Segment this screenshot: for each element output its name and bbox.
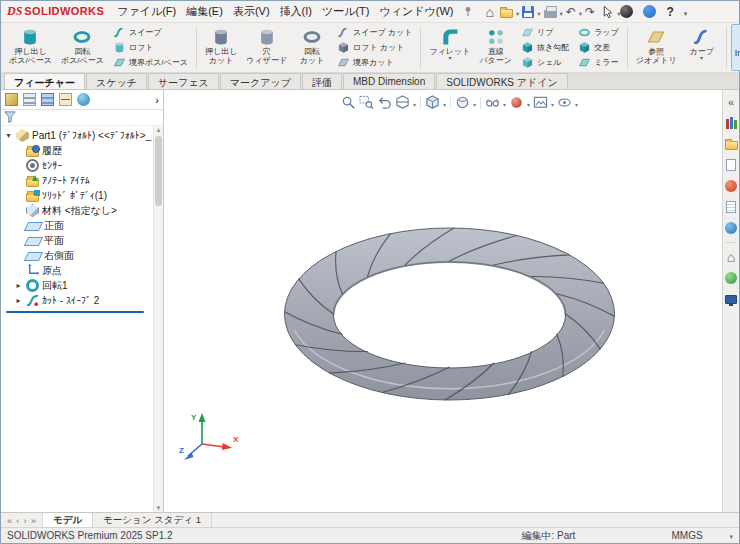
curves-caret-icon[interactable] bbox=[700, 56, 703, 61]
revolved-boss-base-button[interactable]: 回転 ボス/ベース bbox=[57, 24, 108, 71]
tree-item-history[interactable]: 履歴 bbox=[4, 143, 152, 158]
instant3d-toggle[interactable]: Instant3D bbox=[731, 24, 740, 71]
marketplace-sphere-icon[interactable] bbox=[724, 271, 738, 285]
previous-tab-icon[interactable] bbox=[16, 515, 19, 526]
units-selector[interactable]: MMGS bbox=[671, 530, 729, 541]
swept-boss-base-button[interactable]: スイープ bbox=[109, 25, 192, 40]
section-view-icon[interactable] bbox=[394, 94, 411, 111]
menu-tools[interactable]: ツール(T) bbox=[317, 1, 375, 22]
zoom-to-area-icon[interactable] bbox=[358, 94, 375, 111]
appearance-caret-icon[interactable] bbox=[526, 97, 531, 109]
lofted-cut-button[interactable]: ロフト カット bbox=[333, 40, 416, 55]
swept-cut-button[interactable]: スイープ カット bbox=[333, 25, 416, 40]
3dexperience-sphere-icon[interactable] bbox=[620, 5, 633, 18]
section-caret-icon[interactable] bbox=[412, 97, 417, 109]
boundary-boss-base-button[interactable]: 境界ボス/ベース bbox=[109, 55, 192, 70]
screen-icon[interactable] bbox=[724, 292, 738, 306]
extruded-cut-button[interactable]: 押し出し カット bbox=[201, 24, 241, 71]
scroll-up-icon[interactable]: ▲ bbox=[156, 127, 162, 133]
expand-arrow-icon[interactable] bbox=[14, 296, 23, 305]
orientation-caret-icon[interactable] bbox=[442, 97, 447, 109]
displaymanager-icon[interactable] bbox=[77, 93, 90, 106]
linear-pattern-button[interactable]: 直線 パターン bbox=[475, 24, 516, 71]
menu-file[interactable]: ファイル(F) bbox=[112, 1, 181, 22]
open-document-icon[interactable] bbox=[497, 3, 516, 21]
tab-surfaces[interactable]: サーフェス bbox=[148, 73, 219, 89]
tab-markup[interactable]: マークアップ bbox=[220, 73, 301, 89]
view-orientation-icon[interactable] bbox=[424, 94, 441, 111]
tab-features[interactable]: フィーチャー bbox=[4, 73, 85, 89]
last-tab-icon[interactable] bbox=[31, 515, 36, 526]
fillet-button[interactable]: フィレット bbox=[425, 24, 474, 71]
tree-scrollbar[interactable]: ▲ ▼ bbox=[153, 126, 163, 512]
view-settings-icon[interactable] bbox=[556, 94, 573, 111]
tree-item-right-plane[interactable]: 右側面 bbox=[4, 248, 152, 263]
scroll-down-icon[interactable]: ▼ bbox=[156, 505, 162, 511]
forum-globe-icon[interactable] bbox=[724, 221, 738, 235]
display-style-icon[interactable] bbox=[454, 94, 471, 111]
tree-item-top-plane[interactable]: 平面 bbox=[4, 233, 152, 248]
print-icon[interactable] bbox=[541, 3, 560, 21]
tree-item-front-plane[interactable]: 正面 bbox=[4, 218, 152, 233]
hole-wizard-button[interactable]: 穴 ウィザード bbox=[242, 24, 291, 71]
save-icon[interactable] bbox=[519, 3, 537, 21]
view-palette-icon[interactable] bbox=[724, 158, 738, 172]
menu-pin-icon[interactable] bbox=[463, 6, 473, 17]
undo-icon[interactable] bbox=[563, 3, 579, 21]
wrap-button[interactable]: ラップ bbox=[574, 25, 623, 40]
previous-view-icon[interactable] bbox=[376, 94, 393, 111]
appearances-scenes-icon[interactable] bbox=[724, 179, 738, 193]
help-icon[interactable]: ? bbox=[666, 5, 673, 19]
menu-view[interactable]: 表示(V) bbox=[228, 1, 275, 22]
next-tab-icon[interactable] bbox=[23, 515, 26, 526]
menu-insert[interactable]: 挿入(I) bbox=[275, 1, 317, 22]
draft-button[interactable]: 抜き勾配 bbox=[517, 40, 573, 55]
scrollbar-thumb[interactable] bbox=[155, 136, 162, 206]
tab-sketch[interactable]: スケッチ bbox=[86, 73, 147, 89]
expand-chevron-icon[interactable] bbox=[155, 94, 159, 106]
configurationmanager-icon[interactable] bbox=[41, 93, 54, 106]
redo-icon[interactable] bbox=[582, 3, 598, 21]
propertymanager-icon[interactable] bbox=[23, 93, 36, 106]
design-library-icon[interactable] bbox=[724, 116, 738, 130]
intersect-button[interactable]: 交差 bbox=[574, 40, 623, 55]
tree-item-cut-sweep2[interactable]: ｶｯﾄ - ｽｲｰﾌﾟ 2 bbox=[4, 293, 152, 308]
resources-home-icon[interactable] bbox=[724, 250, 738, 264]
reference-geometry-button[interactable]: 参照 ジオメトリ bbox=[632, 24, 681, 71]
tree-item-sensors[interactable]: ｾﾝｻｰ bbox=[4, 158, 152, 173]
user-avatar-icon[interactable] bbox=[643, 5, 656, 18]
units-caret-icon[interactable] bbox=[729, 530, 733, 541]
shell-button[interactable]: シェル bbox=[517, 55, 573, 70]
custom-properties-icon[interactable] bbox=[724, 200, 738, 214]
display-style-caret-icon[interactable] bbox=[472, 97, 477, 109]
hide-show-caret-icon[interactable] bbox=[502, 97, 507, 109]
scene-caret-icon[interactable] bbox=[550, 97, 555, 109]
view-settings-caret-icon[interactable] bbox=[574, 97, 579, 109]
lofted-boss-base-button[interactable]: ロフト bbox=[109, 40, 192, 55]
tree-root-item[interactable]: Part1 (ﾃﾞﾌｫﾙﾄ) <<ﾃﾞﾌｫﾙﾄ>_表示状態 bbox=[4, 128, 152, 143]
tab-evaluate[interactable]: 評価 bbox=[302, 73, 342, 89]
home-icon[interactable] bbox=[483, 3, 497, 21]
fillet-caret-icon[interactable] bbox=[448, 56, 451, 61]
tree-item-material[interactable]: 材料 <指定なし> bbox=[4, 203, 152, 218]
featuremanager-tree-icon[interactable] bbox=[5, 93, 18, 106]
tree-item-annotations[interactable]: ｱﾉﾃｰﾄ ｱｲﾃﾑ bbox=[4, 173, 152, 188]
curves-button[interactable]: カーブ bbox=[682, 24, 722, 71]
tab-motion-study-1[interactable]: モーション スタディ 1 bbox=[93, 513, 212, 527]
revolved-cut-button[interactable]: 回転 カット bbox=[292, 24, 332, 71]
collapse-chevron-icon[interactable] bbox=[724, 95, 738, 109]
expand-arrow-icon[interactable] bbox=[14, 281, 23, 290]
apply-scene-icon[interactable] bbox=[532, 94, 549, 111]
file-explorer-icon[interactable] bbox=[724, 137, 738, 151]
tab-solidworks-addins[interactable]: SOLIDWORKS アドイン bbox=[436, 73, 568, 89]
tree-filter-icon[interactable] bbox=[4, 111, 16, 125]
tree-item-origin[interactable]: 原点 bbox=[4, 263, 152, 278]
tab-model[interactable]: モデル bbox=[43, 513, 93, 527]
hide-show-items-icon[interactable] bbox=[484, 94, 501, 111]
tab-mbd-dimension[interactable]: MBD Dimension bbox=[343, 73, 435, 89]
menu-edit[interactable]: 編集(E) bbox=[181, 1, 228, 22]
edit-appearance-icon[interactable] bbox=[508, 94, 525, 111]
extruded-boss-base-button[interactable]: 押し出し ボス/ベース bbox=[5, 24, 56, 71]
rib-button[interactable]: リブ bbox=[517, 25, 573, 40]
boundary-cut-button[interactable]: 境界カット bbox=[333, 55, 416, 70]
